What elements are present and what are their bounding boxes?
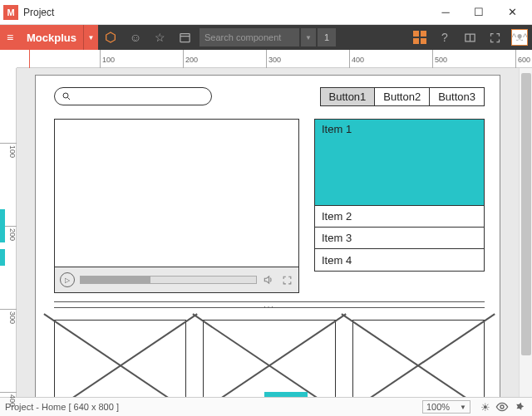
brand-label: Mockplus <box>20 25 83 50</box>
mock-search-field[interactable] <box>54 87 212 105</box>
mock-list-item-3[interactable]: Item 3 <box>315 228 484 249</box>
mock-video-controls: ▷ <box>55 267 298 292</box>
mock-tab-2[interactable]: Button2 <box>375 88 430 105</box>
mock-video-player[interactable]: ▷ <box>54 119 299 293</box>
canvas[interactable]: Button1 Button2 Button3 ▷ Item <box>17 68 532 397</box>
mock-divider: ... <box>54 301 485 308</box>
mock-image-card-3[interactable] <box>352 320 485 397</box>
mock-progress-bar[interactable] <box>80 276 257 284</box>
ruler-selection-h <box>264 392 308 397</box>
volume-icon[interactable] <box>262 273 275 286</box>
package-icon[interactable] <box>98 25 123 50</box>
mock-card-row <box>54 320 485 397</box>
vertical-scrollbar[interactable] <box>519 68 532 397</box>
search-icon <box>62 91 71 101</box>
smile-icon[interactable]: ☺ <box>123 25 148 50</box>
brightness-icon[interactable]: ☀ <box>477 401 494 414</box>
search-component-input[interactable]: Search component <box>200 28 299 46</box>
grid-icon[interactable] <box>407 25 432 50</box>
mock-list-item-2[interactable]: Item 2 <box>315 206 484 228</box>
menu-button[interactable]: ≡ <box>0 25 20 50</box>
svg-rect-0 <box>180 33 190 42</box>
main-toolbar: ≡ Mockplus ▼ ☺ ☆ Search component ▼ 1 ? … <box>0 25 532 50</box>
result-count: 1 <box>318 28 336 46</box>
mock-tab-1[interactable]: Button1 <box>321 88 376 105</box>
window-title: Project <box>23 7 54 18</box>
panel-icon[interactable] <box>457 25 482 50</box>
mock-image-card-1[interactable] <box>54 320 186 397</box>
fullscreen-icon[interactable] <box>482 25 507 50</box>
mock-video-screen <box>55 120 298 267</box>
ruler-vertical: 100 200 300 400 <box>0 68 17 397</box>
search-dropdown[interactable]: ▼ <box>301 28 316 46</box>
page-icon[interactable] <box>173 25 198 50</box>
close-button[interactable]: ✕ <box>495 0 529 25</box>
mascot-icon[interactable]: ^ᴥ^ <box>507 25 532 50</box>
play-icon[interactable]: ▷ <box>60 272 75 287</box>
minimize-button[interactable]: ─ <box>429 0 462 25</box>
svg-line-5 <box>68 98 71 100</box>
status-text: Project - Home [ 640 x 800 ] <box>5 402 119 412</box>
app-logo: M <box>3 5 18 20</box>
titlebar: M Project ─ ☐ ✕ <box>0 0 532 25</box>
settings-icon[interactable] <box>510 401 527 413</box>
svg-point-6 <box>500 405 504 409</box>
mock-list-item-4[interactable]: Item 4 <box>315 249 484 271</box>
eye-icon[interactable] <box>494 400 510 414</box>
ruler-selection-v2 <box>0 249 5 266</box>
mock-tabbar: Button1 Button2 Button3 <box>320 87 485 106</box>
ruler-selection-v1 <box>0 209 5 242</box>
brand-dropdown[interactable]: ▼ <box>83 25 98 50</box>
mock-image-card-2[interactable] <box>203 320 335 397</box>
ruler-horizontal: 100 200 300 400 500 600 <box>17 50 532 68</box>
mock-list-item-1[interactable]: Item 1 <box>315 120 484 206</box>
mock-tab-3[interactable]: Button3 <box>430 88 484 105</box>
mock-listbox: Item 1 Item 2 Item 3 Item 4 <box>314 119 485 272</box>
artboard[interactable]: Button1 Button2 Button3 ▷ Item <box>35 75 500 397</box>
star-icon[interactable]: ☆ <box>148 25 173 50</box>
help-icon[interactable]: ? <box>432 25 457 50</box>
svg-point-4 <box>63 93 68 98</box>
editor-area: 100 200 300 400 Button1 Button2 Button3 … <box>0 68 532 397</box>
scrollbar-thumb[interactable] <box>521 73 531 355</box>
statusbar: Project - Home [ 640 x 800 ] 100%▼ ☀ <box>0 397 532 416</box>
expand-icon[interactable] <box>280 273 293 286</box>
maximize-button[interactable]: ☐ <box>462 0 495 25</box>
zoom-dropdown[interactable]: 100%▼ <box>422 400 470 414</box>
